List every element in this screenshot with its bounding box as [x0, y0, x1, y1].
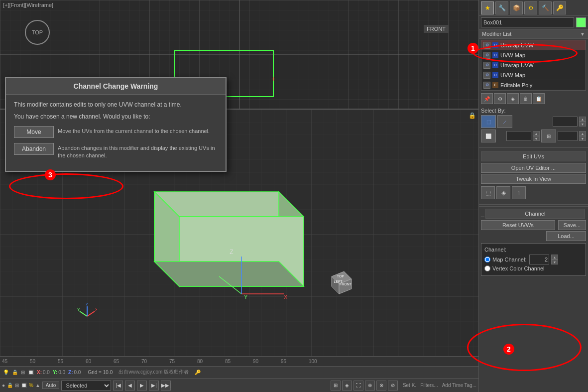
toolbar-create-btn[interactable]: ★	[481, 1, 494, 14]
toolbar-modify-btn[interactable]: 🔧	[495, 1, 508, 14]
modifier-badge-2: U	[492, 52, 498, 58]
y-coord: Y: 0.0	[53, 370, 65, 375]
modifier-unwrap-uvw-1[interactable]: ⚙ U Unwrap UVW	[481, 40, 586, 50]
play-btn[interactable]: ▶	[137, 381, 147, 391]
grid-select-btn[interactable]: ⊞	[541, 130, 556, 142]
status-icon-6[interactable]: ⊘	[388, 381, 398, 391]
grid-info: Grid = 10.0	[88, 370, 113, 375]
object-name-input[interactable]	[481, 17, 574, 27]
remove-btn[interactable]: 🗑	[520, 93, 532, 104]
object-color-swatch[interactable]	[576, 17, 586, 27]
uv-icon-2[interactable]: ◈	[496, 186, 510, 199]
modifier-list-label: Modifier List	[482, 31, 511, 37]
make-unique-btn[interactable]: ◈	[507, 93, 519, 104]
status-icon-3[interactable]: ⛶	[353, 381, 363, 391]
status-icon-1[interactable]: ⊞	[331, 381, 341, 391]
open-uv-editor-btn[interactable]: Open UV Editor ...	[481, 163, 586, 173]
auto-mode-btn[interactable]: Auto	[42, 382, 60, 389]
svg-text:Z: Z	[230, 249, 233, 256]
reset-uvws-btn[interactable]: Reset UVWs	[481, 220, 555, 230]
spin-up-1[interactable]: ▲	[579, 117, 586, 122]
status-icon-2[interactable]: ◈	[342, 381, 352, 391]
modifier-name-3: Unwrap UVW	[500, 62, 534, 68]
uv-icon-row: ⬚ ◈ ↑	[481, 185, 586, 201]
spin-up-2[interactable]: ▲	[533, 131, 540, 136]
pin-btn[interactable]: 📌	[481, 93, 493, 104]
modifier-uvw-map-1[interactable]: ⚙ U UVW Map	[481, 50, 586, 60]
face-select-btn[interactable]: ⬜	[481, 130, 496, 142]
app-window: [+][Front][Wireframe] TOP FRONT	[0, 0, 588, 392]
next-frame-btn[interactable]: ▶|	[149, 381, 159, 391]
select-value-3[interactable]: 0	[558, 131, 578, 141]
select-value-2[interactable]: 0	[506, 131, 531, 141]
modifier-name-4: UVW Map	[500, 72, 525, 78]
modifier-badge-3: U	[492, 62, 498, 68]
spin-group-3: ▲ ▼	[579, 131, 586, 141]
svg-text:X: X	[284, 294, 288, 300]
prev-frame-btn[interactable]: ◀	[125, 381, 135, 391]
map-channel-down[interactable]: ▼	[551, 260, 558, 264]
select-value-1[interactable]: 0.0	[553, 117, 578, 127]
channel-collapse-btn[interactable]: _	[481, 210, 484, 217]
svg-text:Z: Z	[86, 302, 88, 306]
status-icon-4[interactable]: ⊕	[365, 381, 375, 391]
skip-start-btn[interactable]: |◀	[113, 381, 123, 391]
dialog-box[interactable]: Channel Change Warning This modifier con…	[5, 77, 227, 172]
toolbar-display-btn[interactable]: 🔨	[539, 1, 552, 14]
uv-icon-1[interactable]: ⬚	[481, 186, 495, 199]
spin-down-3[interactable]: ▼	[579, 136, 586, 141]
toolbar-motion-btn[interactable]: ⚙	[524, 1, 537, 14]
map-channel-up[interactable]: ▲	[551, 255, 558, 260]
status-icon-5[interactable]: ⊗	[376, 381, 386, 391]
channel-title[interactable]: Channel	[485, 209, 585, 219]
tweak-in-view-btn[interactable]: Tweak In View	[481, 174, 586, 184]
move-btn[interactable]: Move	[14, 126, 54, 138]
viewport-column: [+][Front][Wireframe] TOP FRONT	[0, 0, 478, 392]
modifier-name-5: Editable Poly	[500, 82, 532, 88]
spin-down-1[interactable]: ▼	[579, 122, 586, 127]
modifier-editable-poly[interactable]: ⚙ E Editable Poly	[481, 80, 586, 90]
ruler-90: 90	[253, 359, 258, 364]
abandon-desc: Abandon changes in this modifier and dis…	[58, 143, 218, 160]
toolbar-utilities-btn[interactable]: 🔑	[553, 1, 566, 14]
modifier-badge-5: E	[492, 82, 498, 88]
edge-select-btn[interactable]: ⟋	[497, 115, 512, 128]
nav-cube[interactable]: LEFT TOP FRONT	[324, 266, 359, 301]
viewport-options: 🔒	[469, 112, 476, 119]
map-channel-input[interactable]	[529, 255, 549, 264]
ruler-85: 85	[225, 359, 231, 364]
uv-icon-3[interactable]: ↑	[512, 186, 526, 199]
divider-1	[479, 147, 588, 148]
spin-down-2[interactable]: ▼	[533, 136, 540, 141]
dialog-question: You have chosen a new channel. Would you…	[14, 113, 218, 120]
spin-up-3[interactable]: ▲	[579, 131, 586, 136]
map-channel-radio[interactable]	[484, 257, 490, 262]
x-val: 0.0	[43, 370, 50, 375]
3d-box: Z Y X	[115, 177, 339, 316]
toolbar-hierarchy-btn[interactable]: 📦	[510, 1, 523, 14]
spin-group-2: ▲ ▼	[533, 131, 540, 141]
svg-text:FRONT: FRONT	[340, 282, 352, 286]
selected-dropdown[interactable]: Selected	[61, 381, 111, 391]
spin-group-1: ▲ ▼	[579, 117, 586, 127]
skip-end-btn[interactable]: ▶▶|	[161, 381, 171, 391]
show-all-btn[interactable]: 📋	[533, 93, 545, 104]
load-btn[interactable]: Load...	[546, 231, 586, 241]
svg-text:Y: Y	[77, 307, 80, 312]
vertex-select-btn[interactable]: ⬚	[481, 115, 496, 128]
vertex-color-radio[interactable]	[484, 265, 490, 271]
modifier-stack-btns: 📌 ⚙ ◈ 🗑 📋	[479, 92, 588, 106]
configure-btn[interactable]: ⚙	[494, 93, 506, 104]
modifier-uvw-map-2[interactable]: ⚙ U UVW Map	[481, 70, 586, 80]
object-name-bar	[479, 16, 588, 29]
modifier-unwrap-uvw-2[interactable]: ⚙ U Unwrap UVW	[481, 60, 586, 70]
move-btn-row: Move Move the UVs from the current chann…	[14, 126, 218, 138]
modifier-list-dropdown[interactable]: ▼	[580, 31, 585, 37]
save-btn[interactable]: Save...	[558, 220, 586, 230]
edit-uvs-title[interactable]: Edit UVs	[481, 151, 586, 161]
bottom-area: 💡 🔒 ⊞ 🔲 X: 0.0 Y: 0.0 Z: 0.0	[0, 366, 478, 392]
modifier-badge-1: U	[492, 42, 498, 48]
abandon-btn[interactable]: Abandon	[14, 143, 54, 155]
watermark-text: 出自www.cgjoy.com 版权归作者	[118, 369, 189, 376]
modifier-name-2: UVW Map	[500, 52, 525, 58]
